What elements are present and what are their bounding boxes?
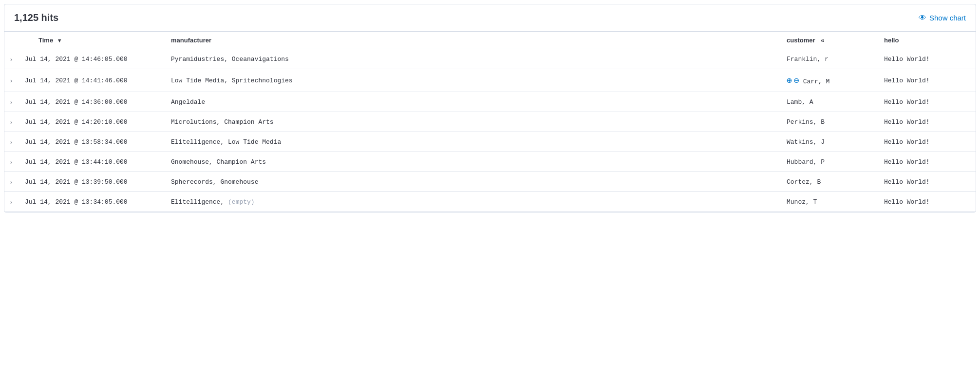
time-cell: Jul 14, 2021 @ 14:41:46.000 — [19, 69, 165, 92]
show-chart-button[interactable]: 👁 Show chart — [919, 14, 966, 22]
hello-cell: Hello World! — [878, 192, 976, 212]
manufacturer-cell: Angeldale — [165, 92, 781, 112]
manufacturer-cell: Pyramidustries, Oceanavigations — [165, 49, 781, 69]
time-cell: Jul 14, 2021 @ 14:36:00.000 — [19, 92, 165, 112]
data-table-wrapper: Time ▼ manufacturer customer « hello — [4, 32, 976, 212]
expand-arrow-icon[interactable]: › — [10, 159, 12, 166]
manufacturer-label: manufacturer — [171, 37, 211, 44]
table-body: ›Jul 14, 2021 @ 14:46:05.000Pyramidustri… — [4, 49, 976, 212]
expand-arrow-icon[interactable]: › — [10, 77, 12, 84]
customer-value: Carr, M — [803, 78, 830, 85]
customer-cell: Franklin, r — [781, 49, 878, 69]
main-container: 1,125 hits 👁 Show chart Time ▼ manufactu… — [4, 4, 976, 212]
customer-value: Munoz, T — [787, 198, 817, 206]
data-table: Time ▼ manufacturer customer « hello — [4, 32, 976, 212]
row-expand-cell: › — [4, 112, 19, 132]
expand-arrow-icon[interactable]: › — [10, 179, 12, 186]
customer-value: Hubbard, P — [787, 158, 825, 166]
time-cell: Jul 14, 2021 @ 13:58:34.000 — [19, 132, 165, 152]
filter-minus-icon[interactable]: ⊖ — [794, 75, 799, 86]
table-row: ›Jul 14, 2021 @ 14:20:10.000Microlutions… — [4, 112, 976, 132]
expand-arrow-icon[interactable]: › — [10, 199, 12, 206]
table-row: ›Jul 14, 2021 @ 13:58:34.000Elitelligenc… — [4, 132, 976, 152]
manufacturer-cell: Low Tide Media, Spritechnologies — [165, 69, 781, 92]
expand-arrow-icon[interactable]: › — [10, 56, 12, 63]
hello-cell: Hello World! — [878, 69, 976, 92]
manufacturer-cell: Elitelligence, Low Tide Media — [165, 132, 781, 152]
hello-cell: Hello World! — [878, 92, 976, 112]
customer-column-header[interactable]: customer « — [781, 32, 878, 49]
row-expand-cell: › — [4, 172, 19, 192]
table-row: ›Jul 14, 2021 @ 13:44:10.000Gnomehouse, … — [4, 152, 976, 172]
row-expand-cell: › — [4, 69, 19, 92]
expand-arrow-icon[interactable]: › — [10, 99, 12, 106]
customer-value: Franklin, r — [787, 56, 829, 63]
hello-cell: Hello World! — [878, 172, 976, 192]
table-row: ›Jul 14, 2021 @ 13:34:05.000Elitelligenc… — [4, 192, 976, 212]
customer-cell: Munoz, T — [781, 192, 878, 212]
customer-value: Perkins, B — [787, 118, 825, 126]
customer-cell: Watkins, J — [781, 132, 878, 152]
hello-label: hello — [884, 37, 899, 44]
customer-value: Cortez, B — [787, 178, 821, 186]
empty-value: (empty) — [228, 198, 255, 206]
eye-icon: 👁 — [919, 14, 926, 22]
time-label: Time — [38, 37, 53, 44]
table-row: ›Jul 14, 2021 @ 13:39:50.000Spherecords,… — [4, 172, 976, 192]
table-row: ›Jul 14, 2021 @ 14:36:00.000AngeldaleLam… — [4, 92, 976, 112]
manufacturer-column-header[interactable]: manufacturer — [165, 32, 781, 49]
manufacturer-cell: Microlutions, Champion Arts — [165, 112, 781, 132]
expand-arrow-icon[interactable]: › — [10, 119, 12, 126]
hello-column-header[interactable]: hello — [878, 32, 976, 49]
row-expand-cell: › — [4, 192, 19, 212]
manufacturer-cell: Gnomehouse, Champion Arts — [165, 152, 781, 172]
hits-count: 1,125 hits — [14, 12, 58, 23]
customer-cell: Perkins, B — [781, 112, 878, 132]
table-row: ›Jul 14, 2021 @ 14:46:05.000Pyramidustri… — [4, 49, 976, 69]
customer-cell: Cortez, B — [781, 172, 878, 192]
customer-value: Watkins, J — [787, 138, 825, 146]
collapse-icon[interactable]: « — [821, 37, 824, 44]
customer-cell: ⊕⊖Carr, M — [781, 69, 878, 92]
time-cell: Jul 14, 2021 @ 14:46:05.000 — [19, 49, 165, 69]
row-expand-cell: › — [4, 49, 19, 69]
results-header: 1,125 hits 👁 Show chart — [4, 4, 976, 32]
table-row: ›Jul 14, 2021 @ 14:41:46.000Low Tide Med… — [4, 69, 976, 92]
customer-value: Lamb, A — [787, 98, 813, 106]
expand-col-header — [4, 32, 19, 49]
hello-cell: Hello World! — [878, 152, 976, 172]
time-cell: Jul 14, 2021 @ 13:39:50.000 — [19, 172, 165, 192]
customer-label: customer — [787, 37, 815, 44]
time-cell: Jul 14, 2021 @ 14:20:10.000 — [19, 112, 165, 132]
time-column-header[interactable]: Time ▼ — [19, 32, 165, 49]
row-expand-cell: › — [4, 152, 19, 172]
row-expand-cell: › — [4, 92, 19, 112]
customer-cell: Hubbard, P — [781, 152, 878, 172]
table-header-row: Time ▼ manufacturer customer « hello — [4, 32, 976, 49]
filter-icons: ⊕⊖ — [787, 75, 799, 86]
time-cell: Jul 14, 2021 @ 13:44:10.000 — [19, 152, 165, 172]
expand-arrow-icon[interactable]: › — [10, 139, 12, 146]
row-expand-cell: › — [4, 132, 19, 152]
hello-cell: Hello World! — [878, 49, 976, 69]
filter-plus-icon[interactable]: ⊕ — [787, 75, 792, 86]
customer-cell: Lamb, A — [781, 92, 878, 112]
manufacturer-cell: Spherecords, Gnomehouse — [165, 172, 781, 192]
show-chart-label: Show chart — [929, 14, 966, 22]
hello-cell: Hello World! — [878, 132, 976, 152]
manufacturer-cell: Elitelligence, (empty) — [165, 192, 781, 212]
hello-cell: Hello World! — [878, 112, 976, 132]
sort-down-icon[interactable]: ▼ — [57, 38, 62, 43]
time-cell: Jul 14, 2021 @ 13:34:05.000 — [19, 192, 165, 212]
